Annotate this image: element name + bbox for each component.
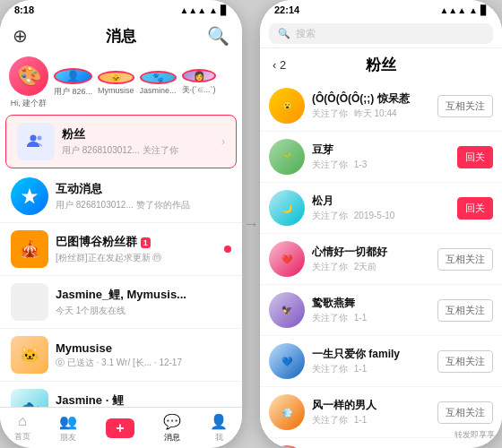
fan-item-0[interactable]: 😮 (Ô(Ô(Ô(Ô(;;) 惊呆惹 关注了你 昨天 10:44 互相关注 bbox=[260, 81, 502, 132]
fan-info-0: (Ô(Ô(Ô(Ô(;;) 惊呆惹 关注了你 昨天 10:44 bbox=[312, 91, 430, 120]
search-icon[interactable]: 🔍 bbox=[207, 25, 229, 47]
friends-icon: 👥 bbox=[59, 413, 77, 430]
group-avatar: 🎪 bbox=[11, 230, 48, 268]
tab-friends[interactable]: 👥 朋友 bbox=[59, 413, 77, 444]
interactive-msg-preview: 用户 8268103012... 赞了你的作品 bbox=[56, 199, 231, 211]
msg-item-group[interactable]: 🎪 巴图博谷粉丝群 1 [粉丝群]正在发起求更新 ⓜ bbox=[0, 223, 242, 276]
left-nav-bar: ⊕ 消息 🔍 bbox=[0, 20, 242, 52]
fan-btn-6[interactable]: 互相关注 bbox=[437, 401, 493, 424]
fan-btn-2[interactable]: 回关 bbox=[457, 197, 493, 220]
fan-avatar-4: 🦅 bbox=[269, 292, 305, 328]
fan-info-5: 一生只爱你 family 关注了你 1-1 bbox=[312, 347, 430, 375]
back-icon[interactable]: ‹ 2 bbox=[273, 58, 286, 72]
fan-name-2: 松月 bbox=[312, 194, 450, 209]
story-label-user826: 用户 826... bbox=[54, 86, 92, 98]
fan-btn-4[interactable]: 互相关注 bbox=[437, 299, 493, 322]
r-battery-icon: ▊ bbox=[480, 5, 488, 15]
search-small-icon: 🔍 bbox=[278, 28, 290, 39]
message-list: 粉丝 用户 8268103012... 关注了你 › 互动消息 用户 82681… bbox=[0, 113, 242, 407]
jasmine-solo-name: Jasmine · 鲤 bbox=[56, 392, 231, 407]
left-time: 8:18 bbox=[14, 4, 34, 15]
msg-item-interactive[interactable]: 互动消息 用户 8268103012... 赞了你的作品 bbox=[0, 170, 242, 223]
fan-name-4: 鸷歌燕舞 bbox=[312, 296, 430, 311]
fan-sub-5: 关注了你 1-1 bbox=[312, 363, 430, 375]
fan-btn-3[interactable]: 互相关注 bbox=[437, 248, 493, 271]
right-status-icons: ▲▲▲ ▲ ▊ bbox=[439, 5, 488, 15]
search-input-container[interactable]: 🔍 搜索 bbox=[269, 23, 493, 44]
right-phone: 22:14 ▲▲▲ ▲ ▊ 🔍 搜索 ‹ 2 粉丝 😮 bbox=[260, 0, 502, 448]
fan-info-6: 风一样的男人 关注了你 1-1 bbox=[312, 398, 430, 426]
tab-home[interactable]: ⌂ 首页 bbox=[14, 413, 30, 443]
fan-avatar-3: ❤️ bbox=[269, 241, 305, 277]
me-icon: 👤 bbox=[210, 413, 228, 430]
story-avatar-mei: 👩 bbox=[182, 69, 216, 82]
fan-info-2: 松月 关注了你 2019-5-10 bbox=[312, 194, 450, 222]
fan-name-0: (Ô(Ô(Ô(Ô(;;) 惊呆惹 bbox=[312, 91, 430, 107]
jasmine-group-preview: 今天 1个朋友在线 bbox=[56, 305, 231, 317]
right-search-bar: 🔍 搜索 bbox=[260, 20, 502, 48]
fan-info-1: 豆芽 关注了你 1-3 bbox=[312, 142, 450, 171]
story-item-jasmine[interactable]: 🐾 Jasmine... bbox=[140, 71, 177, 95]
interactive-avatar bbox=[11, 177, 48, 215]
fan-btn-1[interactable]: 回关 bbox=[457, 146, 493, 168]
tab-friends-label: 朋友 bbox=[60, 432, 76, 444]
fan-name-6: 风一样的男人 bbox=[312, 398, 430, 413]
compose-icon[interactable]: ⊕ bbox=[13, 25, 28, 47]
left-nav-title: 消息 bbox=[106, 26, 136, 47]
msg-item-mymusise[interactable]: 🐱 Mymusise ⓪ 已送达 · 3.1 Wr/ [长... · 12-17 bbox=[0, 329, 242, 382]
fan-avatar-5: 💙 bbox=[269, 343, 305, 379]
story-item-user826[interactable]: 👤 用户 826... bbox=[54, 68, 92, 98]
story-label-group: Hi, 建个群 bbox=[11, 98, 48, 109]
right-time: 22:14 bbox=[274, 4, 299, 15]
r-signal-icon: ▲▲▲ bbox=[439, 5, 466, 15]
fan-sub-6: 关注了你 1-1 bbox=[312, 414, 430, 426]
jasmine-solo-content: Jasmine · 鲤 10分钟内在线 bbox=[56, 392, 231, 407]
story-item-mei[interactable]: 👩 美·(´∈...`) bbox=[182, 69, 216, 96]
right-nav-title: 粉丝 bbox=[366, 55, 396, 75]
group-msg-content: 巴图博谷粉丝群 1 [粉丝群]正在发起求更新 ⓜ bbox=[56, 234, 217, 264]
story-avatar-jasmine: 🐾 bbox=[140, 71, 177, 84]
wifi-icon: ▲ bbox=[209, 5, 218, 15]
fans-msg-preview: 用户 8268103012... 关注了你 bbox=[62, 144, 214, 157]
fans-list: 😮 (Ô(Ô(Ô(Ô(;;) 惊呆惹 关注了你 昨天 10:44 互相关注 🌱 bbox=[260, 81, 502, 448]
right-nav-bar: ‹ 2 粉丝 bbox=[260, 48, 502, 81]
story-label-jasmine: Jasmine... bbox=[140, 86, 177, 95]
tab-messages[interactable]: 💬 消息 bbox=[163, 413, 181, 444]
left-status-bar: 8:18 ▲▲▲ ▲ ▊ bbox=[0, 0, 242, 20]
fan-sub-2: 关注了你 2019-5-10 bbox=[312, 210, 450, 222]
fan-btn-0[interactable]: 互相关注 bbox=[437, 95, 493, 117]
msg-item-jasmine-group[interactable]: Jasmine_鲤, Mymusis... 今天 1个朋友在线 bbox=[0, 276, 242, 329]
group-msg-meta bbox=[224, 246, 231, 253]
search-placeholder: 搜索 bbox=[296, 27, 316, 40]
mymusise-content: Mymusise ⓪ 已送达 · 3.1 Wr/ [长... · 12-17 bbox=[56, 341, 231, 369]
fan-item-4[interactable]: 🦅 鸷歌燕舞 关注了你 1-1 互相关注 bbox=[260, 285, 502, 336]
tab-home-label: 首页 bbox=[14, 431, 30, 443]
mymusise-avatar: 🐱 bbox=[11, 336, 48, 374]
fan-item-5[interactable]: 💙 一生只爱你 family 关注了你 1-1 互相关注 bbox=[260, 336, 502, 387]
arrow-divider: → bbox=[242, 215, 260, 234]
fans-chevron-icon: › bbox=[221, 135, 225, 148]
fan-item-3[interactable]: ❤️ 心情好一切都好 关注了你 2天前 互相关注 bbox=[260, 234, 502, 285]
story-item-mymusise[interactable]: 🐱 Mymusise bbox=[98, 71, 134, 95]
home-icon: ⌂ bbox=[18, 413, 27, 429]
fans-msg-content: 粉丝 用户 8268103012... 关注了你 bbox=[62, 126, 214, 157]
fan-item-2[interactable]: 🌙 松月 关注了你 2019-5-10 回关 bbox=[260, 183, 502, 234]
group-badge bbox=[224, 246, 231, 253]
tab-messages-label: 消息 bbox=[164, 432, 180, 444]
interactive-svg-icon bbox=[20, 186, 39, 206]
jasmine-group-content: Jasmine_鲤, Mymusis... 今天 1个朋友在线 bbox=[56, 287, 231, 317]
add-button[interactable]: + bbox=[106, 418, 134, 438]
fan-sub-1: 关注了你 1-3 bbox=[312, 159, 450, 171]
story-avatar-group: 🎨 bbox=[9, 56, 48, 96]
tab-me[interactable]: 👤 我 bbox=[210, 413, 228, 444]
msg-item-fans[interactable]: 粉丝 用户 8268103012... 关注了你 › bbox=[5, 115, 237, 168]
msg-item-jasmine-solo[interactable]: 🐟 Jasmine · 鲤 10分钟内在线 bbox=[0, 382, 242, 407]
fan-name-3: 心情好一切都好 bbox=[312, 245, 430, 260]
tab-add[interactable]: + bbox=[106, 418, 134, 438]
fan-btn-5[interactable]: 互相关注 bbox=[437, 350, 493, 373]
fans-avatar-icon bbox=[17, 123, 55, 160]
story-item-group[interactable]: 🎨 Hi, 建个群 bbox=[9, 56, 48, 109]
fan-name-5: 一生只爱你 family bbox=[312, 347, 430, 362]
fan-item-1[interactable]: 🌱 豆芽 关注了你 1-3 回关 bbox=[260, 132, 502, 183]
messages-icon: 💬 bbox=[163, 413, 181, 430]
